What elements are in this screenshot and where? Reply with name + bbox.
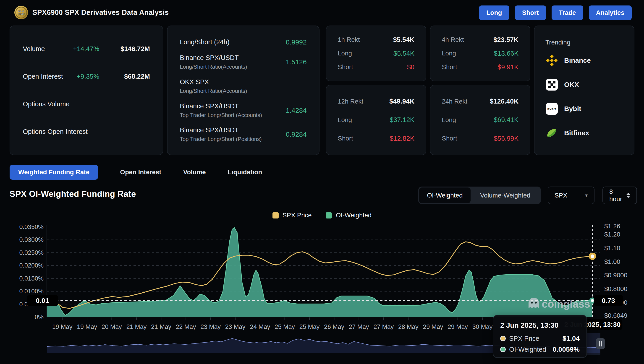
svg-text:22 May: 22 May [176, 324, 196, 330]
funding-rate-chart[interactable]: 0.0350%0.0300%0.0250%0.0200%0.0150%0.010… [0, 0, 644, 364]
svg-text:0%: 0% [35, 314, 44, 320]
spx-price-dot [500, 336, 506, 341]
svg-text:30 May: 30 May [472, 324, 493, 330]
svg-text:$1.26: $1.26 [604, 222, 620, 230]
svg-text:23 May: 23 May [225, 324, 246, 330]
svg-text:coinglass: coinglass [542, 298, 590, 310]
svg-text:26 May: 26 May [324, 324, 344, 330]
svg-text:0.73: 0.73 [602, 297, 615, 304]
svg-text:$0.6049: $0.6049 [604, 312, 627, 319]
svg-text:27 May: 27 May [349, 324, 369, 330]
svg-text:24 May: 24 May [250, 324, 270, 330]
svg-text:0.0250%: 0.0250% [19, 249, 44, 256]
svg-text:$0.8000: $0.8000 [604, 285, 627, 292]
svg-text:25 May: 25 May [299, 324, 320, 330]
navigator-handle[interactable] [596, 338, 605, 350]
svg-text:0.0200%: 0.0200% [19, 262, 44, 269]
svg-text:19 May: 19 May [52, 324, 73, 330]
svg-text:28 May: 28 May [398, 324, 418, 330]
svg-text:$1.20: $1.20 [604, 231, 620, 238]
svg-text:21 May: 21 May [151, 324, 171, 330]
svg-text:21 May: 21 May [127, 324, 147, 330]
svg-text:19 May: 19 May [77, 324, 97, 330]
svg-text:$0.9000: $0.9000 [604, 272, 627, 279]
svg-text:0.0100%: 0.0100% [19, 288, 44, 295]
series [47, 228, 592, 317]
tooltip-row-oi-weighted: OI-Weighted 0.0059% [500, 346, 580, 353]
svg-text:20 May: 20 May [102, 324, 122, 330]
svg-text:29 May: 29 May [423, 324, 443, 330]
svg-text:25 May: 25 May [275, 324, 295, 330]
svg-text:$1.00: $1.00 [604, 258, 620, 265]
svg-text:0.0150%: 0.0150% [19, 275, 44, 282]
oi-weighted-dot [500, 347, 506, 352]
svg-text:$1.10: $1.10 [604, 244, 620, 252]
chart-tooltip: 2 Jun 2025, 13:30 SPX Price $1.04 OI-Wei… [493, 315, 587, 358]
svg-text:27 May: 27 May [374, 324, 394, 330]
svg-text:0.0300%: 0.0300% [19, 236, 44, 243]
svg-text:29 May: 29 May [448, 324, 468, 330]
svg-text:0.01: 0.01 [36, 297, 49, 304]
svg-text:23 May: 23 May [201, 324, 221, 330]
svg-text:0.0350%: 0.0350% [19, 224, 44, 230]
tooltip-date: 2 Jun 2025, 13:30 [500, 321, 580, 330]
tooltip-row-spx-price: SPX Price $1.04 [500, 334, 580, 342]
